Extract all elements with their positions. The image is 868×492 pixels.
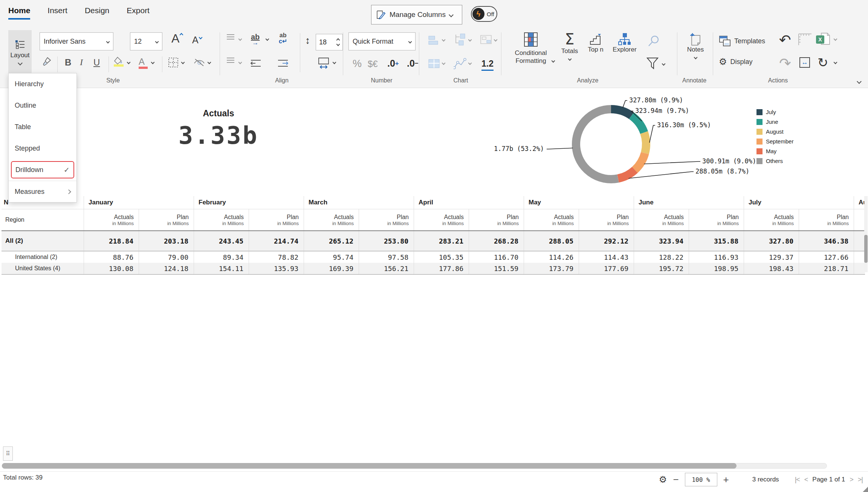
horizontal-scrollbar-thumb[interactable] — [2, 463, 737, 469]
measure-header-plan[interactable]: Planin Millions — [359, 209, 414, 230]
font-size-select[interactable]: 12 — [130, 32, 162, 50]
measure-header-actuals[interactable]: Actualsin Millions — [84, 209, 139, 230]
table-chart-icon[interactable] — [428, 59, 440, 69]
value-cell[interactable]: 130.08 — [84, 263, 139, 274]
measure-header-actuals[interactable]: Actualsin Millions — [524, 209, 579, 230]
measure-header-actuals[interactable]: Actualsin Millions — [854, 209, 865, 230]
legend-item-july[interactable]: July — [756, 109, 793, 115]
value-cell[interactable] — [854, 263, 865, 274]
waterfall-chart-icon[interactable] — [480, 34, 493, 45]
value-cell[interactable]: 114.26 — [524, 251, 579, 263]
value-cell[interactable]: 78.82 — [249, 251, 304, 263]
conditional-formatting-button[interactable]: Conditional Formatting — [508, 32, 554, 65]
value-cell[interactable]: 129.37 — [744, 251, 799, 263]
value-cell[interactable]: 135.93 — [249, 263, 304, 274]
value-cell[interactable]: 292.12 — [579, 231, 634, 251]
next-page-icon[interactable]: > — [850, 476, 853, 484]
value-cell[interactable]: 315.88 — [689, 231, 744, 251]
month-header-may[interactable]: May — [524, 196, 634, 209]
settings-gear-icon[interactable]: ⚙ — [659, 474, 667, 485]
month-header-january[interactable]: January — [84, 196, 194, 209]
value-cell[interactable]: 105.35 — [414, 251, 469, 263]
menu-item-outline[interactable]: Outline — [9, 95, 76, 116]
measure-header-plan[interactable]: Planin Millions — [249, 209, 304, 230]
month-header-april[interactable]: April — [414, 196, 524, 209]
power-toggle[interactable]: ϟ Off — [471, 6, 497, 22]
value-cell[interactable]: 288.05 — [524, 231, 579, 251]
text-overflow-icon[interactable]: ab → — [251, 33, 260, 46]
wrap-text-icon[interactable]: ab c↵ — [279, 32, 287, 44]
refresh-icon[interactable]: ↻ — [818, 55, 828, 70]
row-label[interactable]: International (2) — [2, 251, 84, 263]
measure-header-plan[interactable]: Planin Millions — [469, 209, 524, 230]
month-header-june[interactable]: June — [634, 196, 744, 209]
tab-insert[interactable]: Insert — [47, 6, 67, 20]
quick-format-select[interactable]: Quick Format — [348, 32, 416, 50]
value-cell[interactable]: 218.71 — [799, 263, 854, 274]
decrease-font-size-button[interactable]: A — [192, 35, 202, 46]
value-cell[interactable]: 169.39 — [304, 263, 359, 274]
value-cell[interactable]: 198.43 — [744, 263, 799, 274]
value-cell[interactable]: 177.86 — [414, 263, 469, 274]
value-cell[interactable]: 243.45 — [194, 231, 249, 251]
decrease-indent-icon[interactable] — [250, 59, 261, 67]
fit-width-icon[interactable]: ↔ — [799, 57, 810, 68]
manage-columns-button[interactable]: Manage Columns — [371, 5, 462, 24]
zoom-out-button[interactable]: − — [673, 475, 679, 484]
measure-header-actuals[interactable]: Actualsin Millions — [414, 209, 469, 230]
measure-header-plan[interactable]: Planin Millions — [579, 209, 634, 230]
top-n-button[interactable]: Top n — [583, 32, 608, 53]
ruler-icon[interactable] — [797, 33, 812, 46]
measure-header-actuals[interactable]: Actualsin Millions — [634, 209, 689, 230]
table-row-international[interactable]: International (2)88.7679.0089.3478.8295.… — [2, 251, 865, 263]
table-row-all[interactable]: All (2)218.84203.18243.45214.74265.12253… — [2, 231, 865, 251]
menu-item-drilldown[interactable]: Drilldown✓ — [11, 161, 74, 178]
value-cell[interactable]: 177.69 — [579, 263, 634, 274]
legend-item-august[interactable]: August — [756, 128, 793, 135]
zoom-in-button[interactable]: + — [723, 475, 729, 484]
value-cell[interactable]: 218.84 — [84, 231, 139, 251]
chart-decimals-icon[interactable]: 1.2 — [481, 59, 494, 71]
font-family-select[interactable]: Inforiver Sans — [40, 32, 113, 50]
value-cell[interactable]: 156.21 — [359, 263, 414, 274]
value-cell[interactable]: 116.70 — [469, 251, 524, 263]
legend-item-may[interactable]: May — [756, 148, 793, 154]
month-header-july[interactable]: July — [744, 196, 854, 209]
format-painter-icon[interactable] — [41, 56, 52, 67]
zoom-level-value[interactable]: 100 % — [685, 473, 717, 486]
month-header-march[interactable]: March — [304, 196, 414, 209]
value-cell[interactable]: 214.74 — [249, 231, 304, 251]
filter-funnel-icon[interactable] — [646, 57, 659, 70]
percent-format-icon[interactable]: % — [353, 58, 362, 70]
value-cell[interactable]: 128.22 — [634, 251, 689, 263]
increase-font-size-button[interactable]: A — [171, 32, 183, 46]
value-cell[interactable]: 116.93 — [689, 251, 744, 263]
measure-header-plan[interactable]: Planin Millions — [799, 209, 854, 230]
value-cell[interactable]: 203.18 — [139, 231, 194, 251]
value-cell[interactable]: 283.21 — [414, 231, 469, 251]
value-cell[interactable]: 327.80 — [744, 231, 799, 251]
value-cell[interactable]: 114.43 — [579, 251, 634, 263]
value-cell[interactable] — [854, 231, 865, 251]
row-height-stepper[interactable]: 18 — [316, 34, 343, 50]
templates-button[interactable]: Templates — [719, 35, 765, 47]
currency-format-icon[interactable]: $€ — [368, 59, 378, 69]
row-label[interactable]: United States (4) — [2, 263, 84, 274]
search-icon[interactable] — [647, 35, 660, 47]
undo-icon[interactable]: ↶ — [779, 32, 791, 48]
value-cell[interactable]: 79.00 — [139, 251, 194, 263]
month-header-august[interactable]: August — [854, 196, 865, 209]
value-cell[interactable]: 154.11 — [194, 263, 249, 274]
increase-decimal-icon[interactable]: .0+ — [387, 58, 399, 69]
italic-button[interactable]: I — [80, 57, 83, 67]
month-header-february[interactable]: February — [194, 196, 304, 209]
layout-button[interactable]: Layout — [8, 30, 32, 74]
value-cell[interactable]: 89.34 — [194, 251, 249, 263]
hierarchy-chart-icon[interactable] — [454, 33, 466, 46]
row-header-region[interactable]: Region — [2, 209, 84, 230]
value-cell[interactable]: 346.38 — [799, 231, 854, 251]
drag-handle-icon[interactable]: ⠿ — [3, 446, 13, 461]
resize-corner-handle[interactable] — [863, 487, 868, 492]
tab-design[interactable]: Design — [85, 6, 109, 20]
value-cell[interactable]: 88.76 — [84, 251, 139, 263]
